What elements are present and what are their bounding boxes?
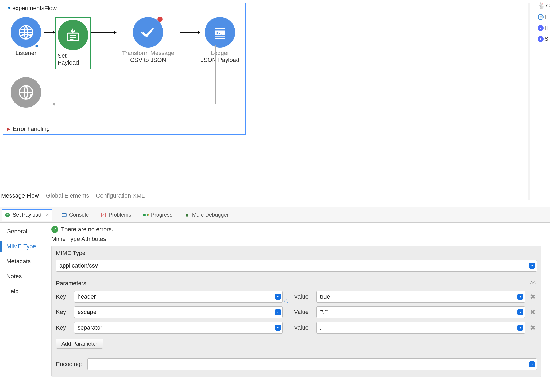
progress-icon bbox=[143, 212, 149, 218]
param-value-select[interactable]: , ▾ bbox=[316, 322, 525, 334]
svg-point-18 bbox=[532, 283, 534, 284]
parameter-row: Key header ▾ ⓘ Value true ▾ ✖ bbox=[56, 291, 537, 303]
chevron-down-icon: ▾ bbox=[275, 325, 281, 331]
param-value: true bbox=[320, 293, 330, 300]
sidebar-item-general[interactable]: General bbox=[6, 226, 46, 237]
h-icon: ● bbox=[538, 25, 544, 31]
delete-row-icon[interactable]: ✖ bbox=[529, 293, 537, 301]
key-label: Key bbox=[56, 293, 70, 300]
bottom-panel: Set Payload ✕ Console Problems Progress … bbox=[0, 207, 550, 392]
add-parameter-button[interactable]: Add Parameter bbox=[56, 339, 103, 349]
chevron-down-icon: ▾ bbox=[275, 294, 281, 300]
status-text: There are no errors. bbox=[61, 226, 113, 233]
tab-label: Set Payload bbox=[13, 212, 41, 218]
flow-canvas[interactable]: ▼ experimentsFlow ⇄ Listener Set Payload bbox=[3, 3, 246, 135]
tab-label: Mule Debugger bbox=[192, 212, 229, 218]
encoding-select[interactable]: ▾ bbox=[87, 358, 537, 370]
tab-global-elements[interactable]: Global Elements bbox=[46, 192, 89, 199]
tab-label: Console bbox=[69, 212, 89, 218]
debugger-icon bbox=[184, 212, 190, 218]
s-icon: ● bbox=[538, 36, 544, 42]
error-handling-label: Error handling bbox=[13, 126, 50, 132]
sidebar-item-notes[interactable]: Notes bbox=[6, 271, 46, 282]
chevron-down-icon: ▾ bbox=[529, 263, 535, 269]
log-icon: LOG bbox=[205, 17, 235, 48]
node-label: Listener bbox=[16, 50, 36, 57]
value-label: Value bbox=[294, 293, 313, 300]
section-title: Mime Type Attributes bbox=[51, 236, 545, 242]
doc-icon: 📄 bbox=[538, 14, 544, 20]
rail-item-h[interactable]: H bbox=[545, 25, 548, 31]
return-arrow-icon bbox=[50, 45, 221, 108]
sidebar-item-help[interactable]: Help bbox=[6, 286, 46, 297]
breakpoint-icon bbox=[157, 17, 163, 22]
param-key-value: header bbox=[78, 293, 96, 300]
globe-icon: ⇄ bbox=[11, 17, 41, 48]
console-icon bbox=[61, 212, 67, 218]
parameter-row: Key separator ▾ ⓘ Value , ▾ ✖ bbox=[56, 322, 537, 334]
error-handling-section[interactable]: ▶ Error handling bbox=[3, 123, 246, 135]
caret-right-icon: ▶ bbox=[7, 127, 10, 131]
tab-progress[interactable]: Progress bbox=[140, 209, 175, 221]
chevron-down-icon: ▾ bbox=[517, 294, 523, 300]
transform-icon bbox=[133, 17, 163, 48]
tab-message-flow[interactable]: Message Flow bbox=[1, 192, 39, 199]
mime-type-select[interactable]: application/csv ▾ bbox=[56, 260, 537, 272]
tab-label: Problems bbox=[109, 212, 131, 218]
rabbit-icon: 🐇 bbox=[538, 2, 545, 9]
chevron-down-icon: ▾ bbox=[517, 309, 523, 315]
param-key-value: escape bbox=[78, 309, 96, 316]
gear-icon[interactable] bbox=[529, 280, 537, 287]
tab-configuration-xml[interactable]: Configuration XML bbox=[96, 192, 145, 199]
rail-item-s[interactable]: S bbox=[545, 36, 548, 42]
arrow-icon bbox=[180, 17, 200, 48]
encoding-label: Encoding: bbox=[56, 361, 82, 368]
parameters-label: Parameters bbox=[56, 280, 86, 287]
delete-row-icon[interactable]: ✖ bbox=[529, 308, 537, 316]
param-key-select[interactable]: separator ▾ bbox=[74, 322, 283, 334]
flow-name: experimentsFlow bbox=[12, 5, 57, 12]
tab-set-payload[interactable]: Set Payload ✕ bbox=[2, 209, 52, 221]
svg-marker-10 bbox=[52, 103, 55, 106]
svg-marker-7 bbox=[198, 31, 200, 34]
chevron-down-icon: ▾ bbox=[517, 325, 523, 331]
param-value-select[interactable]: "\"" ▾ bbox=[316, 306, 525, 318]
close-icon[interactable]: ✕ bbox=[45, 212, 49, 218]
svg-rect-16 bbox=[143, 214, 146, 216]
vertical-scrollbar[interactable] bbox=[528, 3, 530, 200]
flow-node-listener[interactable]: ⇄ Listener bbox=[9, 17, 43, 57]
flow-return-node[interactable] bbox=[11, 77, 41, 108]
rail-item-c[interactable]: C bbox=[546, 3, 550, 9]
svg-marker-5 bbox=[114, 31, 117, 34]
param-value: "\"" bbox=[320, 309, 328, 316]
sidebar-item-mime-type[interactable]: MIME Type bbox=[6, 241, 46, 252]
tab-mule-debugger[interactable]: Mule Debugger bbox=[181, 209, 231, 221]
flow-header[interactable]: ▼ experimentsFlow bbox=[3, 3, 245, 14]
key-label: Key bbox=[56, 309, 70, 316]
mime-type-value: application/csv bbox=[59, 262, 98, 269]
caret-down-icon: ▼ bbox=[7, 6, 11, 11]
svg-text:LOG: LOG bbox=[215, 31, 225, 36]
chevron-down-icon: ▾ bbox=[275, 309, 281, 315]
mime-type-label: MIME Type bbox=[56, 250, 537, 257]
param-value: , bbox=[320, 324, 322, 331]
param-key-select[interactable]: escape ▾ bbox=[74, 306, 283, 318]
payload-tab-icon bbox=[5, 212, 10, 218]
param-value-select[interactable]: true ▾ bbox=[316, 291, 525, 303]
svg-marker-2 bbox=[53, 31, 55, 34]
ok-icon: ✓ bbox=[51, 226, 58, 233]
param-key-select[interactable]: header ▾ bbox=[74, 291, 283, 303]
value-label: Value bbox=[294, 309, 313, 316]
info-icon: ⓘ bbox=[284, 299, 288, 303]
delete-row-icon[interactable]: ✖ bbox=[529, 324, 537, 332]
rail-item-f[interactable]: F bbox=[545, 14, 548, 20]
arrow-icon bbox=[43, 17, 55, 48]
properties-side-nav: General MIME Type Metadata Notes Help bbox=[0, 223, 46, 392]
bottom-tabs: Set Payload ✕ Console Problems Progress … bbox=[0, 207, 550, 222]
tab-console[interactable]: Console bbox=[59, 209, 91, 221]
sidebar-item-metadata[interactable]: Metadata bbox=[6, 256, 46, 267]
properties-detail: ✓ There are no errors. Mime Type Attribu… bbox=[46, 223, 550, 392]
key-label: Key bbox=[56, 324, 70, 331]
right-rail: 🐇C 📄F ●H ●S bbox=[535, 2, 550, 42]
tab-problems[interactable]: Problems bbox=[98, 209, 134, 221]
